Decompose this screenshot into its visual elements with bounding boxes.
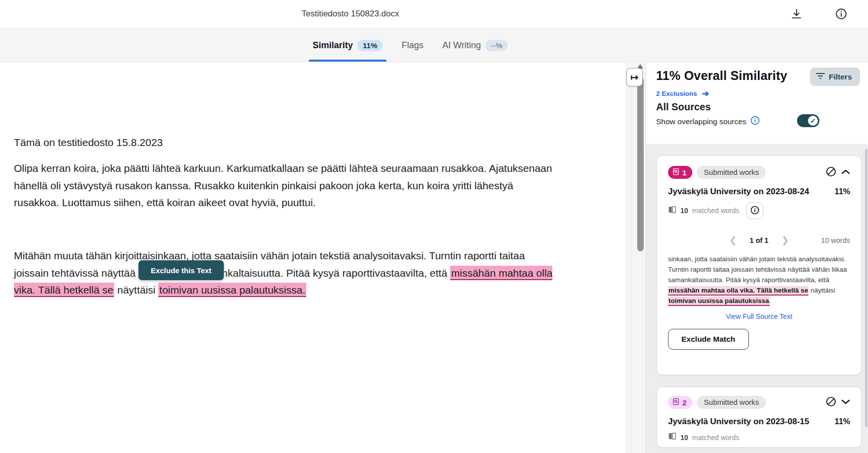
source-number: 1 <box>682 168 686 177</box>
ai-writing-score-badge: --% <box>485 40 508 51</box>
exclusions-link[interactable]: 2 Exclusions ➔ <box>656 88 709 99</box>
matched-words-label: matched words <box>692 434 739 442</box>
snippet-mid: näyttäisi <box>808 287 835 294</box>
arrow-right-icon: ➔ <box>702 88 709 99</box>
chevron-up-icon <box>841 169 850 176</box>
tab-ai-writing-label: AI Writing <box>442 40 481 51</box>
matched-words-icon <box>668 206 676 216</box>
match-info-button[interactable] <box>746 202 763 219</box>
match-snippet: sinkaan, jotta saataisiin vähän jotain t… <box>668 254 850 306</box>
document-viewer: Tämä on testitiedosto 15.8.2023 Olipa ke… <box>0 63 625 453</box>
doc-paragraph-1: Tämä on testitiedosto 15.8.2023 <box>14 134 557 151</box>
overlap-info-icon[interactable] <box>750 116 760 127</box>
doc-paragraph-3: Mitähän muuta tähän kirjoittaisinkaan, j… <box>14 247 557 299</box>
snippet-text: sinkaan, jotta saataisiin vähän jotain t… <box>668 255 847 284</box>
source-type-badge: Submitted works <box>697 166 766 179</box>
submitted-doc-icon <box>672 398 679 407</box>
expand-source-button[interactable] <box>841 399 850 406</box>
match-info-icon <box>750 205 760 217</box>
matched-words-row: 10 matched words <box>668 432 850 443</box>
tab-flags-label: Flags <box>401 40 423 51</box>
exclude-circle-icon <box>825 171 837 179</box>
collapse-panel-icon: ↦ <box>631 72 639 82</box>
overall-similarity-title: 11% Overall Similarity <box>656 69 787 83</box>
filters-button-label: Filters <box>829 73 852 81</box>
doc-paragraph-3-mid: näyttäisi <box>114 284 158 296</box>
source-card-1-header: 1 Submitted works <box>668 166 850 179</box>
tab-similarity[interactable]: Similarity 11% <box>313 29 383 62</box>
source-list: 1 Submitted works <box>646 144 868 453</box>
match-pagination: ❮ 1 of 1 ❯ 10 words <box>668 235 850 246</box>
document-title: Testitiedosto 150823.docx <box>0 9 701 19</box>
toggle-check-icon: ✓ <box>808 116 818 126</box>
chevron-down-icon <box>841 399 850 406</box>
exclusions-link-label: 2 Exclusions <box>656 90 697 97</box>
source-percent: 11% <box>835 187 850 196</box>
top-bar: Testitiedosto 150823.docx <box>0 0 868 28</box>
source-title: Jyväskylä University on 2023-08-15 <box>668 417 809 427</box>
source-title: Jyväskylä University on 2023-08-24 <box>668 187 809 197</box>
all-sources-heading: All Sources <box>656 101 711 113</box>
matched-text-highlight-2[interactable]: toimivan uusissa palautuksissa. <box>158 283 306 297</box>
matched-words-count: 10 <box>680 434 688 442</box>
next-match-button[interactable]: ❯ <box>781 235 789 246</box>
match-word-count: 10 words <box>789 236 850 244</box>
matched-words-count: 10 <box>680 207 688 215</box>
source-title-row: Jyväskylä University on 2023-08-24 11% <box>668 187 850 197</box>
filters-button[interactable]: Filters <box>810 68 860 86</box>
tab-bar: Similarity 11% Flags AI Writing --% <box>0 29 868 62</box>
pagination-label: 1 of 1 <box>750 236 769 244</box>
show-overlapping-toggle[interactable]: ✓ <box>797 114 819 127</box>
similarity-score-badge: 11% <box>357 40 383 51</box>
source-card-2-header: 2 Submitted works <box>668 396 850 409</box>
report-info-button[interactable] <box>834 7 849 22</box>
exclude-source-button[interactable] <box>825 396 837 409</box>
exclude-circle-icon <box>825 401 837 409</box>
source-title-row: Jyväskylä University on 2023-08-15 11% <box>668 417 850 427</box>
scrollbar-thumb[interactable] <box>637 77 644 251</box>
similarity-side-panel: 11% Overall Similarity Filters 2 Exclusi… <box>646 63 868 453</box>
show-overlapping-sources-label: Show overlapping sources <box>656 117 746 126</box>
snippet-end: . <box>770 297 772 304</box>
tabs: Similarity 11% Flags AI Writing --% <box>313 29 508 62</box>
source-number-pill: 1 <box>668 166 692 179</box>
collapse-panel-button[interactable]: ↦ <box>626 68 643 86</box>
tab-ai-writing[interactable]: AI Writing --% <box>442 29 508 62</box>
similarity-report-window: Testitiedosto 150823.docx Similarity 11% <box>0 0 868 453</box>
show-overlapping-sources-row: Show overlapping sources ✓ <box>656 116 859 127</box>
previous-match-button[interactable]: ❮ <box>729 235 736 246</box>
exclude-source-button[interactable] <box>825 166 837 179</box>
info-icon <box>835 14 848 22</box>
pagination-controls: ❮ 1 of 1 ❯ <box>729 235 789 246</box>
collapse-source-button[interactable] <box>841 169 850 176</box>
view-full-source-link[interactable]: View Full Source Text <box>668 312 850 320</box>
tab-flags[interactable]: Flags <box>401 29 423 62</box>
source-number: 2 <box>682 398 686 407</box>
exclude-match-button[interactable]: Exclude Match <box>668 329 749 350</box>
tab-similarity-label: Similarity <box>313 40 353 51</box>
document-scrollbar <box>625 63 646 453</box>
doc-paragraph-3-text: Mitähän muuta tähän kirjoittaisinkaan, j… <box>14 250 525 279</box>
source-card-2: 2 Submitted works <box>657 387 862 448</box>
matched-words-row: 10 matched words <box>668 202 850 219</box>
panel-header: 11% Overall Similarity Filters 2 Exclusi… <box>646 63 868 144</box>
download-button[interactable] <box>789 7 804 22</box>
submitted-doc-icon <box>672 168 679 177</box>
panel-scrollbar-thumb[interactable] <box>865 149 868 427</box>
source-card-1: 1 Submitted works <box>657 155 862 375</box>
exclude-this-text-button[interactable]: Exclude this Text <box>138 260 224 280</box>
source-percent: 11% <box>835 417 850 426</box>
filter-icon <box>816 73 825 81</box>
source-type-badge: Submitted works <box>697 396 766 409</box>
source-number-pill: 2 <box>668 396 692 409</box>
matched-words-icon <box>668 432 676 443</box>
snippet-highlight-2[interactable]: toimivan uusissa palautuksissa <box>668 297 770 306</box>
matched-words-label: matched words <box>692 207 739 215</box>
doc-paragraph-2: Olipa kerran koira, joka päätti lähteä k… <box>14 160 557 212</box>
snippet-highlight-1[interactable]: missähän mahtaa olla vika. Tällä hetkell… <box>668 286 808 296</box>
download-icon <box>790 14 803 22</box>
